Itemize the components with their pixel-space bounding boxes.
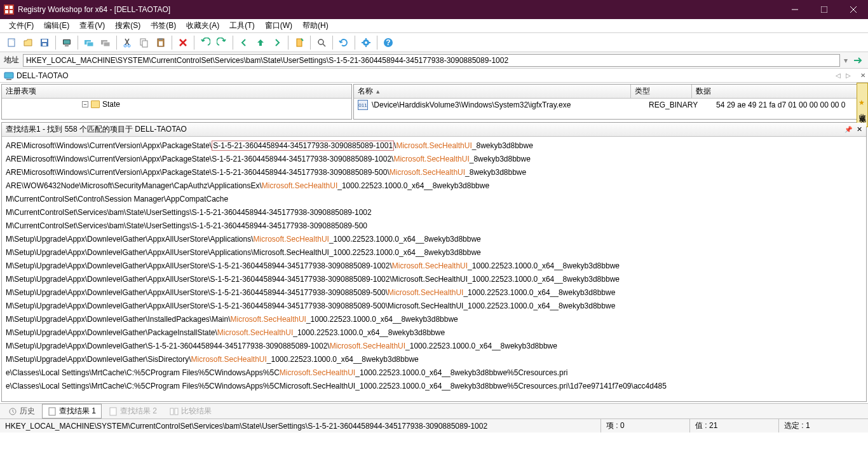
result-line[interactable]: M\Setup\Upgrade\Appx\DownlevelGather\App… xyxy=(6,273,862,286)
svg-rect-41 xyxy=(49,408,55,415)
results-body[interactable]: ARE\Microsoft\Windows\CurrentVersion\App… xyxy=(2,137,866,401)
col-data[interactable]: 数据 xyxy=(696,86,711,97)
go-button[interactable] xyxy=(851,54,864,67)
result-line[interactable]: M\Setup\Upgrade\Appx\DownlevelGather\App… xyxy=(6,259,862,273)
svg-text:?: ? xyxy=(386,38,390,47)
local-machine-button[interactable] xyxy=(59,35,74,50)
close-button[interactable] xyxy=(839,0,868,19)
svg-rect-23 xyxy=(142,41,147,47)
address-input[interactable] xyxy=(23,54,840,67)
tree-body[interactable]: − State xyxy=(2,99,351,119)
copy-button[interactable] xyxy=(137,35,152,50)
toolbar-separator xyxy=(194,36,194,50)
values-header: 名称 ▲ 类型 数据 xyxy=(354,85,866,99)
host-name[interactable]: DELL-TAOTAO xyxy=(17,71,69,80)
tab-compare[interactable]: 比较结果 xyxy=(164,404,217,418)
toolbar-separator xyxy=(55,36,56,50)
result-line[interactable]: ARE\WOW6432Node\Microsoft\SecurityManage… xyxy=(6,179,862,193)
new-file-button[interactable] xyxy=(4,35,19,50)
tab-results-1[interactable]: 查找结果 1 xyxy=(42,404,102,418)
result-line[interactable]: M\Setup\Upgrade\Appx\DownlevelGather\Pac… xyxy=(6,326,862,340)
back-button[interactable] xyxy=(236,35,252,50)
menu-工具[interactable]: 工具(T) xyxy=(224,19,259,32)
address-label: 地址 xyxy=(4,55,19,66)
disconnect-button[interactable] xyxy=(98,35,113,50)
value-row[interactable]: 011 \Device\HarddiskVolume3\Windows\Syst… xyxy=(358,100,862,110)
cut-button[interactable] xyxy=(120,35,135,50)
app-icon xyxy=(4,4,14,15)
folder-icon xyxy=(91,100,100,108)
result-line[interactable]: M\Setup\Upgrade\Appx\DownlevelGather\App… xyxy=(6,233,862,246)
result-line[interactable]: M\CurrentControlSet\Control\Session Mana… xyxy=(6,193,862,206)
save-button[interactable] xyxy=(37,35,52,50)
values-pane: 名称 ▲ 类型 数据 011 \Device\HarddiskVolume3\W… xyxy=(353,84,867,120)
computer-icon xyxy=(4,71,14,81)
menu-收藏夹[interactable]: 收藏夹(A) xyxy=(181,19,224,32)
status-values: 值 : 21 xyxy=(690,419,779,432)
minimize-button[interactable] xyxy=(780,0,810,19)
close-results-icon[interactable]: ✕ xyxy=(857,125,862,134)
maximize-button[interactable] xyxy=(810,0,839,19)
tab-history[interactable]: 历史 xyxy=(3,404,41,418)
binary-icon: 011 xyxy=(358,100,368,110)
help-button[interactable]: ? xyxy=(381,35,396,50)
result-line[interactable]: M\CurrentControlSet\Services\bam\State\U… xyxy=(6,219,862,233)
result-line[interactable]: M\Setup\Upgrade\Appx\DownlevelGather\App… xyxy=(6,300,862,313)
value-type: REG_BINARY xyxy=(649,100,712,109)
menu-文件[interactable]: 文件(F) xyxy=(4,19,39,32)
col-type[interactable]: 类型 xyxy=(635,85,692,98)
nav-next-icon[interactable]: ▷ xyxy=(844,71,853,80)
svg-rect-42 xyxy=(110,408,116,415)
history-icon xyxy=(8,407,17,416)
menu-窗口[interactable]: 窗口(W) xyxy=(260,19,297,32)
result-line[interactable]: M\Setup\Upgrade\Appx\DownlevelGather\Sis… xyxy=(6,353,862,366)
result-line[interactable]: M\Setup\Upgrade\Appx\DownlevelGather\Ins… xyxy=(6,313,862,326)
menu-编辑[interactable]: 编辑(E) xyxy=(39,19,74,32)
settings-button[interactable] xyxy=(358,35,374,50)
svg-rect-26 xyxy=(159,41,163,46)
nav-prev-icon[interactable]: ◁ xyxy=(834,71,843,80)
forward-button[interactable] xyxy=(269,35,285,50)
bookmark-button[interactable] xyxy=(292,35,307,50)
result-line[interactable]: e\Classes\Local Settings\MrtCache\C:%5CP… xyxy=(6,366,862,380)
dropdown-icon[interactable]: ▾ xyxy=(844,56,848,65)
result-line[interactable]: M\Setup\Upgrade\Appx\DownlevelGather\S-1… xyxy=(6,340,862,353)
results-title: 查找结果1 - 找到 558 个匹配的项目于 DELL-TAOTAO xyxy=(6,124,187,135)
delete-button[interactable] xyxy=(175,35,191,50)
connect-button[interactable] xyxy=(81,35,97,50)
result-line[interactable]: ARE\Microsoft\Windows\CurrentVersion\App… xyxy=(6,139,862,153)
menu-书签[interactable]: 书签(B) xyxy=(146,19,181,32)
tab-results-2[interactable]: 查找结果 2 xyxy=(103,404,163,418)
svg-rect-25 xyxy=(159,38,163,40)
menu-帮助[interactable]: 帮助(H) xyxy=(297,19,334,32)
paste-button[interactable] xyxy=(153,35,168,50)
values-body[interactable]: 011 \Device\HarddiskVolume3\Windows\Syst… xyxy=(354,99,866,119)
redo-button[interactable] xyxy=(214,35,229,50)
up-button[interactable] xyxy=(253,35,268,50)
search-button[interactable] xyxy=(314,35,329,50)
svg-rect-4 xyxy=(10,10,13,13)
tree-item[interactable]: − State xyxy=(6,100,348,109)
tree-item-label: State xyxy=(102,100,120,109)
menu-搜索[interactable]: 搜索(S) xyxy=(110,19,146,32)
expand-icon[interactable]: − xyxy=(82,101,88,107)
result-line[interactable]: M\Setup\Upgrade\Appx\DownlevelGather\App… xyxy=(6,286,862,300)
pin-icon[interactable]: 📌 xyxy=(844,126,852,133)
bottom-tabs: 历史 查找结果 1 查找结果 2 比较结果 xyxy=(0,403,868,418)
favorites-tab[interactable]: 收藏夹 xyxy=(857,83,868,127)
host-nav: ◁ ▷ xyxy=(834,71,853,80)
close-host-icon[interactable]: ✕ xyxy=(860,72,865,79)
menu-查看[interactable]: 查看(V) xyxy=(74,19,110,32)
result-line[interactable]: ARE\Microsoft\Windows\CurrentVersion\App… xyxy=(6,153,862,166)
result-line[interactable]: e\Classes\Local Settings\MrtCache\C:%5CP… xyxy=(6,380,862,393)
svg-rect-44 xyxy=(175,408,178,415)
result-line[interactable]: M\CurrentControlSet\Services\bam\State\U… xyxy=(6,206,862,219)
tree-header-label: 注册表项 xyxy=(6,86,36,97)
result-line[interactable]: M\Setup\Upgrade\Appx\DownlevelGather\App… xyxy=(6,246,862,259)
undo-button[interactable] xyxy=(198,35,213,50)
col-name[interactable]: 名称 ▲ xyxy=(358,85,631,98)
refresh-button[interactable] xyxy=(336,35,351,50)
result-line[interactable]: ARE\Microsoft\Windows\CurrentVersion\App… xyxy=(6,166,862,179)
open-button[interactable] xyxy=(20,35,36,50)
svg-rect-43 xyxy=(170,408,173,415)
